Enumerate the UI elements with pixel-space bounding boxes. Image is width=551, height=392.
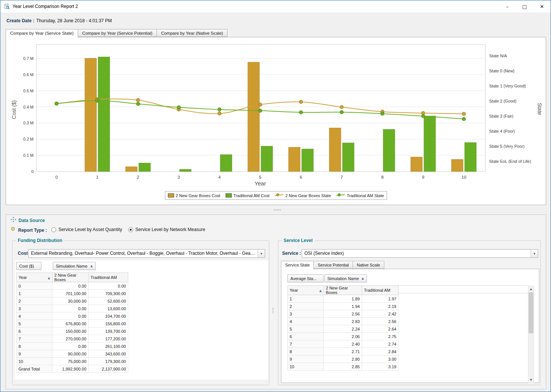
value-cell: 2.42	[362, 310, 399, 318]
column-header-traditional-am[interactable]: Traditional AM	[89, 273, 128, 282]
row-header-cell: Grand Total	[17, 365, 52, 373]
row-header-cell: 3	[17, 305, 52, 312]
sort-asc-icon: ▲	[48, 276, 50, 280]
row-header-cell: 4	[17, 312, 52, 320]
row-header-cell: 1	[17, 290, 52, 297]
tab-native-scale[interactable]: Native Scale	[353, 261, 384, 269]
radio-circle-icon	[51, 227, 56, 232]
y-tick-label: 0.7 M	[23, 56, 34, 61]
value-cell: 709,300.00	[89, 290, 128, 297]
x-tick-label: 3	[178, 175, 180, 179]
radio-service-level-by-asset-quantity[interactable]: Service Level by Asset Quantity	[51, 227, 122, 232]
data-source-title: Data Source	[18, 218, 45, 223]
field-chip-label: Simulation Name	[56, 264, 87, 268]
tab-compare-by-year-service-potential[interactable]: Compare by Year (Service Potential)	[78, 29, 157, 37]
scroll-up-icon[interactable]: ▲	[528, 286, 534, 292]
create-date: Create Date :Thursday, 28 June 2018 - 4:…	[6, 18, 112, 23]
report-type-label: Report Type :	[18, 228, 47, 233]
value-cell: 343,600.00	[89, 350, 128, 358]
tab-compare-by-year-native-scale[interactable]: Compare by Year (Native Scale)	[157, 29, 227, 37]
column-header-year[interactable]: ▲Year	[288, 286, 324, 295]
field-chip-simulation-name[interactable]: Simulation Name ▲	[53, 262, 96, 270]
create-date-label: Create Date :	[6, 18, 34, 23]
value-cell: 2,137,900.00	[89, 365, 128, 373]
column-header-2-new-gear-boxes[interactable]: 2 New Gear Boxes	[52, 273, 89, 282]
y-tick-label: 0.4 M	[23, 105, 34, 109]
scroll-down-icon[interactable]: ▼	[528, 377, 534, 383]
vertical-splitter-grip[interactable]	[271, 302, 275, 317]
legend-swatch-traditional-am-cost	[226, 193, 232, 198]
sort-asc-icon: ▲	[362, 277, 364, 280]
cost-dropdown[interactable]: External Rebranding, Overhaul- Power Con…	[28, 249, 265, 258]
sort-asc-icon: ▲	[91, 264, 93, 268]
row-header-cell: 7	[17, 335, 52, 343]
close-button[interactable]: ✕	[533, 0, 551, 12]
column-header-2-new-gear-boxes[interactable]: 2 New Gear Boxes	[324, 286, 362, 295]
x-tick-label: 7	[341, 175, 343, 179]
value-cell: 2.85	[324, 363, 362, 371]
column-header-traditional-am[interactable]: Traditional AM	[362, 286, 399, 295]
column-header-year[interactable]: ▲Year	[17, 273, 52, 282]
x-tick-label: 10	[462, 175, 467, 179]
maximize-button[interactable]: □	[516, 0, 533, 12]
value-cell: 1.89	[324, 295, 362, 303]
value-cell: 2.40	[324, 340, 362, 348]
row-header-cell: 8	[17, 343, 52, 350]
x-tick-label: 2	[137, 175, 139, 179]
legend-label: Traditional AM State	[347, 193, 384, 198]
field-chip-average-state[interactable]: Average Sta...	[287, 274, 324, 282]
chart-legend: 2 New Gear Boxes CostTraditional AM Cost…	[165, 191, 387, 200]
value-cell: 0.00	[52, 305, 89, 312]
data-source-icon	[11, 217, 16, 224]
field-chip-cost[interactable]: Cost ($)	[16, 262, 41, 270]
data-source-panel: Data Source ⚙ Report Type : Service Leve…	[6, 214, 546, 389]
horizontal-splitter-grip[interactable]	[0, 208, 551, 212]
service-pivot-table: ▲Year2 New Gear BoxesTraditional AM11.89…	[287, 285, 399, 371]
radio-service-level-by-network-measure[interactable]: Service Level by Network Measure	[128, 227, 205, 232]
radio-label: Service Level by Asset Quantity	[58, 227, 122, 232]
legend-label: Traditional AM Cost	[233, 193, 270, 198]
table-row: 82.712.84	[288, 348, 399, 355]
splitter-dots-icon	[274, 210, 275, 210]
state-tick-label: State 5 (Very Poor)	[489, 144, 525, 149]
state-tick-label: State N/A	[489, 54, 507, 58]
value-cell: 104,700.00	[89, 312, 128, 320]
service-level-title: Service Level	[282, 238, 315, 243]
legend-swatch-2-new-gear-boxes-cost	[168, 193, 174, 198]
x-axis-title: Year	[255, 180, 266, 187]
row-header-cell: 10	[288, 363, 324, 371]
table-row: 102.853.19	[288, 363, 399, 371]
minimize-button[interactable]: –	[499, 0, 516, 12]
vertical-scrollbar[interactable]: ▲ ▼	[528, 286, 534, 383]
row-header-cell: 2	[288, 303, 324, 310]
value-cell: 2.24	[324, 325, 362, 333]
row-header-cell: 7	[288, 340, 324, 348]
row-header-cell: 5	[17, 320, 52, 328]
y-tick-label: 0.2 M	[23, 137, 34, 141]
x-tick-label: 6	[300, 175, 302, 179]
tab-service-potential[interactable]: Service Potential	[313, 261, 353, 269]
report-tab-strip: Compare by Year (Service State)Compare b…	[6, 29, 227, 37]
value-cell: 701,100.00	[52, 290, 89, 297]
tab-service-state[interactable]: Service State	[281, 261, 314, 269]
column-header-label: Year	[18, 275, 27, 280]
y-axis-title: Cost ($)	[11, 100, 17, 119]
chevron-down-icon[interactable]: ▾	[531, 250, 538, 257]
value-cell: 52,600.00	[89, 297, 128, 305]
chevron-down-icon[interactable]: ▾	[258, 250, 265, 257]
service-dropdown[interactable]: OSI (Service Index) ▾	[302, 249, 538, 258]
value-cell: 2.83	[324, 318, 362, 325]
legend-item: 2 New Gear Boxes Cost	[168, 193, 220, 198]
scrollbar-thumb[interactable]	[529, 292, 533, 333]
table-row: Grand Total1,992,900.002,137,900.00	[17, 365, 128, 373]
value-cell: 261,100.00	[89, 343, 128, 350]
value-cell: 2.75	[362, 333, 399, 340]
sort-asc-icon: ▲	[319, 289, 322, 292]
tab-compare-by-year-service-state[interactable]: Compare by Year (Service State)	[6, 29, 78, 37]
value-cell: 2.74	[362, 340, 399, 348]
value-cell: 0.00	[89, 282, 128, 290]
value-cell: 676,800.00	[52, 320, 89, 328]
field-chip-simulation-name[interactable]: Simulation Name ▲	[324, 274, 367, 282]
table-row: 5676,800.00156,800.00	[17, 320, 128, 328]
title-bar[interactable]: Year Level Comparison Report 2 – □ ✕	[0, 0, 551, 12]
